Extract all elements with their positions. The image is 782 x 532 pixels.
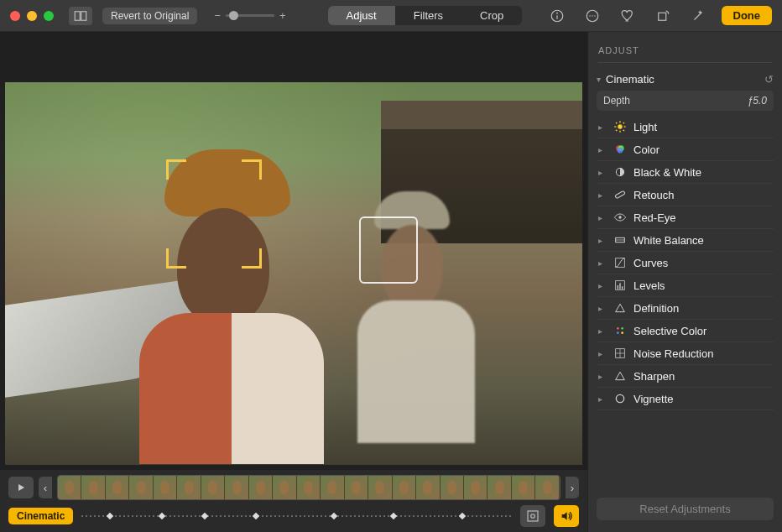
adjust-item-retouch[interactable]: ▸Retouch (597, 184, 774, 206)
filmstrip-frame[interactable] (58, 476, 81, 499)
play-button[interactable] (8, 477, 34, 498)
fullscreen-window-button[interactable] (44, 11, 54, 21)
auto-enhance-icon[interactable] (686, 7, 710, 25)
keyframe-marker[interactable] (201, 513, 208, 519)
rgb-circle-icon (613, 143, 627, 156)
svg-point-4 (556, 13, 557, 13)
focus-bracket-primary[interactable] (166, 159, 262, 269)
svg-line-20 (623, 123, 624, 123)
video-preview[interactable] (5, 82, 582, 465)
adjust-item-white-balance[interactable]: ▸White Balance (597, 229, 774, 252)
adjust-item-red-eye[interactable]: ▸Red-Eye (597, 206, 774, 229)
focus-bracket-secondary[interactable] (359, 216, 418, 284)
adjust-item-noise-reduction[interactable]: ▸Noise Reduction (597, 342, 774, 365)
filmstrip-frame[interactable] (154, 476, 177, 499)
toolbar-right: Done (545, 6, 773, 25)
adjust-item-levels[interactable]: ▸Levels (597, 274, 774, 297)
svg-point-11 (531, 514, 535, 519)
svg-point-35 (621, 327, 623, 330)
done-button[interactable]: Done (722, 6, 773, 25)
depth-row[interactable]: Depth ƒ5.0 (597, 91, 774, 111)
tab-adjust[interactable]: Adjust (328, 6, 395, 25)
filmstrip-frame[interactable] (273, 476, 296, 499)
zoom-control[interactable]: − + (214, 9, 285, 22)
keyframe-marker[interactable] (390, 513, 397, 519)
chevron-right-icon: ▸ (598, 123, 607, 132)
filmstrip-frame[interactable] (393, 476, 416, 499)
svg-rect-31 (618, 285, 618, 289)
adjust-item-sharpen[interactable]: ▸Sharpen (597, 365, 774, 388)
filmstrip-frame[interactable] (441, 476, 464, 499)
filmstrip-frame[interactable] (487, 476, 511, 499)
svg-point-36 (617, 331, 619, 334)
more-icon[interactable] (581, 7, 604, 25)
filmstrip-frame[interactable] (81, 476, 105, 499)
adjust-item-label: Light (633, 121, 657, 133)
rotate-icon[interactable] (651, 7, 675, 25)
svg-rect-1 (81, 11, 86, 20)
svg-rect-25 (615, 190, 625, 198)
close-window-button[interactable] (10, 11, 20, 21)
adjust-item-curves[interactable]: ▸Curves (597, 252, 774, 274)
filmstrip-frame[interactable] (106, 476, 129, 499)
cinematic-reset-icon[interactable]: ↺ (764, 73, 774, 86)
cinematic-badge[interactable]: Cinematic (8, 508, 73, 524)
adjust-item-label: Retouch (633, 189, 674, 201)
adjust-item-black-white[interactable]: ▸Black & White (597, 161, 774, 184)
compare-split-icon[interactable] (69, 7, 92, 25)
keyframe-marker[interactable] (158, 513, 164, 519)
filmstrip-frame[interactable] (201, 476, 225, 499)
filmstrip-frame[interactable] (129, 476, 153, 499)
filmstrip-frame[interactable] (249, 476, 273, 499)
tab-crop[interactable]: Crop (461, 6, 522, 25)
reset-adjustments-button[interactable]: Reset Adjustments (597, 498, 774, 520)
eye-icon (613, 211, 627, 224)
revert-to-original-button[interactable]: Revert to Original (102, 8, 197, 24)
keyframe-marker[interactable] (253, 513, 259, 519)
favorite-heart-icon[interactable] (616, 7, 639, 25)
adjust-item-light[interactable]: ▸Light (597, 116, 774, 138)
cinematic-header[interactable]: ▾ Cinematic ↺ (597, 68, 774, 91)
filmstrip-frame[interactable] (321, 476, 344, 499)
svg-point-23 (618, 148, 623, 154)
filmstrip-frame[interactable] (368, 476, 392, 499)
sun-icon (613, 120, 627, 133)
adjust-item-selective-color[interactable]: ▸Selective Color (597, 320, 774, 342)
filmstrip-frame[interactable] (464, 476, 487, 499)
adjust-item-color[interactable]: ▸Color (597, 138, 774, 161)
svg-point-12 (618, 124, 622, 128)
filmstrip-frame[interactable] (297, 476, 321, 499)
window-controls (10, 11, 54, 21)
minimize-window-button[interactable] (27, 11, 37, 21)
auto-focus-target-button[interactable] (520, 505, 545, 527)
filmstrip-frame[interactable] (416, 476, 440, 499)
svg-point-37 (621, 331, 623, 334)
svg-line-19 (616, 130, 617, 131)
trim-end-handle[interactable]: › (566, 477, 579, 498)
adjust-item-definition[interactable]: ▸Definition (597, 297, 774, 320)
keyframe-track[interactable] (81, 512, 512, 520)
cinematic-section: ▾ Cinematic ↺ Depth ƒ5.0 (597, 68, 774, 111)
chevron-right-icon: ▸ (598, 349, 607, 358)
audio-toggle-button[interactable] (554, 505, 579, 527)
filmstrip-frame[interactable] (177, 476, 201, 499)
filmstrip-frame[interactable] (345, 476, 368, 499)
keyframe-marker[interactable] (459, 513, 466, 519)
zoom-out-icon[interactable]: − (214, 9, 221, 22)
keyframe-marker[interactable] (330, 513, 336, 519)
filmstrip[interactable] (57, 475, 560, 500)
keyframe-marker[interactable] (107, 513, 113, 519)
filmstrip-frame[interactable] (512, 476, 535, 499)
zoom-in-icon[interactable]: + (279, 9, 286, 22)
svg-line-18 (623, 130, 624, 131)
info-icon[interactable] (545, 7, 569, 25)
filmstrip-frame[interactable] (535, 476, 559, 499)
zoom-slider[interactable] (226, 14, 274, 17)
chevron-right-icon: ▸ (598, 213, 607, 222)
tab-filters[interactable]: Filters (395, 6, 461, 25)
adjust-item-vignette[interactable]: ▸Vignette (597, 388, 774, 410)
filmstrip-frame[interactable] (225, 476, 248, 499)
canvas-area: ‹ › Cinematic (0, 32, 587, 532)
mode-tabs: Adjust Filters Crop (328, 6, 523, 25)
trim-start-handle[interactable]: ‹ (39, 477, 52, 498)
